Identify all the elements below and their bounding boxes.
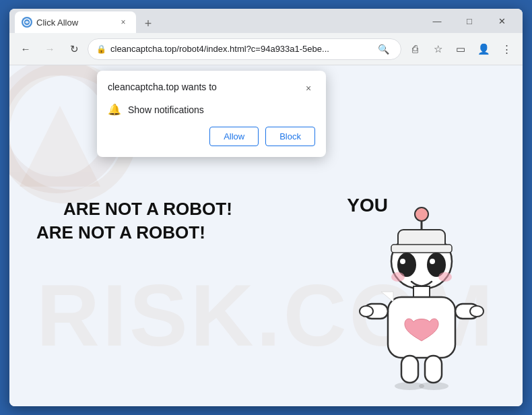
profile-button[interactable]: 👤	[473, 38, 494, 60]
page-main-text: ARE NOT A ROBOT!	[63, 198, 232, 219]
svg-point-12	[391, 272, 405, 282]
notification-popup: cleancaptcha.top wants to × 🔔 Show notif…	[97, 71, 326, 157]
watermark-arrow-svg	[20, 106, 100, 200]
svg-point-4	[415, 208, 428, 221]
bookmark-button[interactable]: ☆	[427, 38, 448, 60]
popup-buttons: Allow Block	[108, 127, 315, 146]
popup-header: cleancaptcha.top wants to ×	[108, 82, 315, 95]
forward-button[interactable]: →	[39, 38, 61, 60]
window-controls: — □ ✕	[422, 10, 517, 32]
svg-point-19	[470, 306, 484, 317]
sidebar-button[interactable]: ▭	[450, 38, 471, 60]
url-text: cleancaptcha.top/robot4/index.html?c=94a…	[110, 44, 370, 54]
nav-action-buttons: ⎙ ☆ ▭ 👤 ⋮	[404, 38, 517, 60]
svg-point-13	[438, 272, 452, 282]
tab-close-button[interactable]: ×	[117, 16, 129, 28]
minimize-button[interactable]: —	[422, 10, 453, 32]
address-search-icon[interactable]: 🔍	[374, 40, 393, 59]
robot-character	[354, 204, 489, 393]
svg-marker-24	[381, 292, 393, 302]
svg-point-11	[430, 259, 435, 264]
menu-button[interactable]: ⋮	[496, 38, 517, 60]
svg-rect-21	[425, 356, 442, 383]
confirm-line2-full: ARE NOT A ROBOT!	[36, 222, 205, 243]
svg-point-18	[360, 306, 373, 317]
block-button[interactable]: Block	[265, 127, 315, 146]
popup-notification-row: 🔔 Show notifications	[108, 103, 315, 116]
active-tab[interactable]: Click Allow ×	[15, 11, 136, 33]
tab-title: Click Allow	[36, 18, 113, 28]
navigation-bar: ← → ↻ 🔒 cleancaptcha.top/robot4/index.ht…	[9, 33, 523, 65]
new-tab-button[interactable]: +	[139, 14, 158, 33]
close-window-button[interactable]: ✕	[486, 10, 517, 32]
notification-label: Show notifications	[128, 104, 204, 115]
bell-icon: 🔔	[108, 103, 121, 116]
confirm-line2: ARE NOT A ROBOT!	[63, 198, 232, 219]
popup-close-button[interactable]: ×	[302, 82, 315, 95]
page-content: RISK.COM ARE NOT A ROBOT! YOU ARE NOT A …	[9, 65, 523, 406]
svg-point-23	[419, 382, 448, 390]
robot-svg	[354, 204, 489, 400]
reload-button[interactable]: ↻	[63, 38, 85, 60]
svg-marker-2	[20, 106, 100, 187]
lock-icon: 🔒	[96, 44, 106, 54]
browser-window: Click Allow × + — □ ✕ ← → ↻ 🔒 cleancaptc…	[9, 9, 523, 406]
svg-rect-20	[401, 356, 418, 383]
share-button[interactable]: ⎙	[404, 38, 426, 60]
allow-button[interactable]: Allow	[209, 127, 259, 146]
svg-point-10	[400, 259, 405, 264]
maximize-button[interactable]: □	[454, 10, 485, 32]
back-button[interactable]: ←	[15, 38, 36, 60]
tab-strip: Click Allow × +	[15, 9, 422, 33]
popup-title: cleancaptcha.top wants to	[108, 82, 217, 92]
svg-rect-7	[391, 245, 452, 253]
tab-favicon	[22, 17, 32, 28]
title-bar: Click Allow × + — □ ✕	[9, 9, 523, 33]
address-bar[interactable]: 🔒 cleancaptcha.top/robot4/index.html?c=9…	[88, 38, 401, 60]
svg-rect-14	[413, 286, 430, 297]
